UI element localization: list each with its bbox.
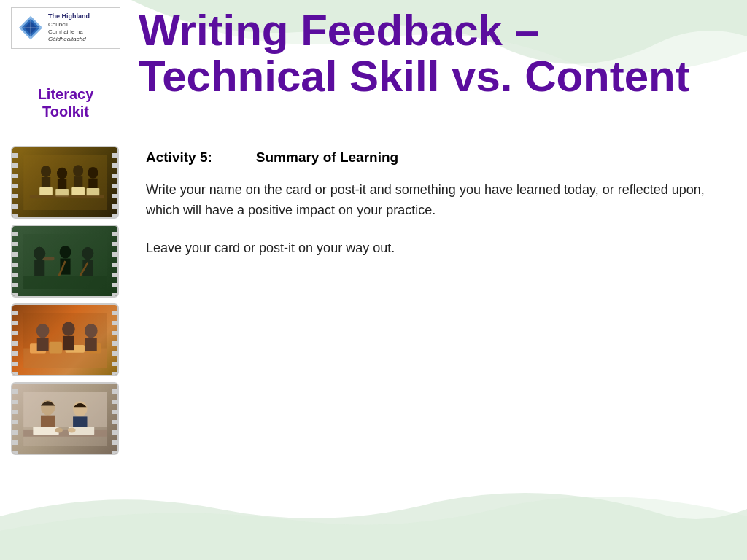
- svg-point-39: [62, 322, 75, 335]
- content-area: Activity 5: Summary of Learning Write yo…: [0, 139, 747, 480]
- logo-box: The Highland Council Comhairle na Gàidhe…: [11, 7, 120, 49]
- svg-point-12: [88, 166, 98, 178]
- page-title: Writing Feedback – Technical Skill vs. C…: [139, 7, 732, 99]
- svg-point-41: [84, 324, 97, 338]
- svg-point-52: [55, 427, 63, 432]
- svg-rect-16: [71, 187, 85, 195]
- svg-point-37: [36, 324, 49, 338]
- image-2: [11, 225, 119, 298]
- activity-heading: Activity 5: Summary of Learning: [146, 149, 725, 166]
- svg-point-25: [59, 245, 71, 258]
- right-content: Activity 5: Summary of Learning Write yo…: [131, 139, 747, 480]
- image-1: [11, 146, 119, 219]
- image-4: [11, 382, 119, 455]
- svg-rect-40: [62, 335, 74, 349]
- slide: The Highland Council Comhairle na Gàidhe…: [0, 0, 747, 560]
- svg-rect-34: [49, 341, 62, 353]
- svg-rect-22: [34, 260, 44, 276]
- svg-rect-14: [39, 187, 53, 195]
- wave-bottom-decoration: [0, 472, 747, 560]
- svg-rect-18: [29, 195, 103, 198]
- image-3: [11, 303, 119, 376]
- svg-point-8: [57, 167, 67, 179]
- svg-rect-50: [33, 427, 58, 435]
- activity-body-text: Write your name on the card or post-it a…: [146, 180, 725, 221]
- header: The Highland Council Comhairle na Gàidhe…: [0, 0, 747, 135]
- svg-rect-26: [60, 258, 70, 274]
- council-logo-icon: [18, 15, 44, 41]
- logo-area: The Highland Council Comhairle na Gàidhe…: [0, 0, 131, 128]
- summary-label: Summary of Learning: [256, 149, 398, 166]
- title-area: Writing Feedback – Technical Skill vs. C…: [131, 0, 747, 99]
- activity-label: Activity 5:: [146, 149, 212, 166]
- activity-extra-text: Leave your card or post-it on your way o…: [146, 238, 725, 259]
- svg-rect-23: [42, 256, 54, 260]
- svg-rect-44: [23, 392, 107, 427]
- svg-point-28: [82, 246, 93, 260]
- sidebar-label: Literacy Toolkit: [38, 85, 94, 120]
- svg-point-24: [34, 246, 45, 260]
- svg-point-10: [73, 165, 83, 176]
- left-images: [0, 139, 131, 480]
- svg-rect-20: [23, 276, 107, 289]
- svg-point-53: [68, 427, 76, 432]
- logo-text: The Highland Council Comhairle na Gàidhe…: [48, 12, 90, 44]
- svg-point-6: [40, 166, 50, 177]
- svg-rect-17: [86, 188, 99, 196]
- svg-rect-38: [36, 338, 48, 351]
- svg-rect-42: [85, 338, 96, 351]
